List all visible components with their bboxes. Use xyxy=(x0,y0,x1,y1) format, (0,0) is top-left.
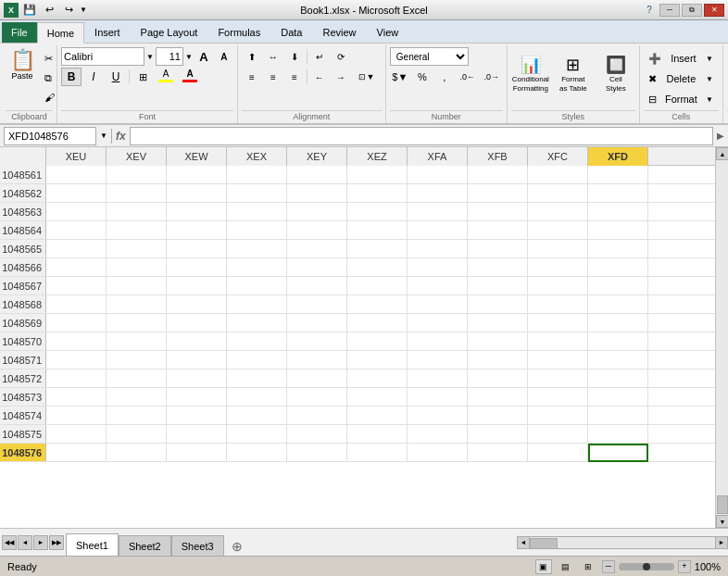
cell[interactable] xyxy=(287,203,347,221)
cell[interactable] xyxy=(287,444,347,462)
cell[interactable] xyxy=(408,258,468,277)
row-header[interactable]: 1048573 xyxy=(0,388,46,406)
cell[interactable] xyxy=(588,332,648,351)
tab-file[interactable]: File xyxy=(2,22,37,43)
tab-data[interactable]: Data xyxy=(270,22,312,43)
cell[interactable] xyxy=(528,240,588,258)
border-button[interactable]: ⊞ xyxy=(132,68,153,86)
format-painter-button[interactable]: 🖌 xyxy=(41,88,58,106)
quick-redo-button[interactable]: ↪ xyxy=(60,3,77,18)
cell[interactable] xyxy=(107,332,167,351)
col-header-xfa[interactable]: XFA xyxy=(408,147,468,166)
cell[interactable] xyxy=(528,444,588,462)
align-left-button[interactable]: ≡ xyxy=(242,68,262,86)
col-header-xez[interactable]: XEZ xyxy=(347,147,408,166)
cell[interactable] xyxy=(167,184,227,203)
quick-access-dropdown[interactable]: ▼ xyxy=(80,6,87,14)
cell[interactable] xyxy=(408,203,468,221)
cell[interactable] xyxy=(227,240,287,258)
cell[interactable] xyxy=(528,407,588,425)
cell[interactable] xyxy=(107,388,167,407)
cell-styles-button[interactable]: 🔲 CellStyles xyxy=(596,52,635,106)
cut-button[interactable]: ✂ xyxy=(41,49,58,68)
row-header[interactable]: 1048574 xyxy=(0,407,46,424)
cell[interactable] xyxy=(468,184,528,203)
cell[interactable] xyxy=(408,277,468,295)
cell[interactable] xyxy=(347,184,408,203)
scroll-right-button[interactable]: ► xyxy=(715,536,728,549)
cell[interactable] xyxy=(227,295,287,314)
cell[interactable] xyxy=(227,221,287,240)
cell[interactable] xyxy=(347,314,408,332)
scroll-track-vertical[interactable] xyxy=(716,160,728,515)
cell[interactable] xyxy=(46,388,107,407)
comma-button[interactable]: , xyxy=(434,68,455,86)
cell[interactable] xyxy=(287,388,347,407)
row-header[interactable]: 1048563 xyxy=(0,203,46,220)
cell[interactable] xyxy=(468,277,528,295)
cell[interactable] xyxy=(107,351,167,369)
cell[interactable] xyxy=(46,240,107,258)
cell[interactable] xyxy=(528,388,588,407)
cell[interactable] xyxy=(227,332,287,351)
formula-fx-icon[interactable]: fx xyxy=(116,130,126,143)
underline-button[interactable]: U xyxy=(106,68,126,86)
cell[interactable] xyxy=(528,166,588,184)
cell[interactable] xyxy=(468,258,528,277)
prev-sheet-button[interactable]: ◄ xyxy=(18,535,32,550)
cell[interactable] xyxy=(408,295,468,314)
cell[interactable] xyxy=(468,407,528,425)
cell[interactable] xyxy=(287,295,347,314)
page-break-view-button[interactable]: ⊞ xyxy=(580,559,596,574)
cell[interactable] xyxy=(46,425,107,444)
cell[interactable] xyxy=(468,295,528,314)
cell[interactable] xyxy=(287,258,347,277)
last-sheet-button[interactable]: ▶▶ xyxy=(49,535,64,550)
tab-formulas[interactable]: Formulas xyxy=(207,22,270,43)
cell[interactable] xyxy=(528,184,588,203)
cell[interactable] xyxy=(227,184,287,203)
cell[interactable] xyxy=(528,369,588,388)
decrease-font-button[interactable]: A xyxy=(215,47,233,66)
sheet-tab-sheet3[interactable]: Sheet3 xyxy=(171,535,224,556)
cell[interactable] xyxy=(46,184,107,203)
cell[interactable] xyxy=(528,221,588,240)
cell[interactable] xyxy=(107,258,167,277)
cell[interactable] xyxy=(107,221,167,240)
cell[interactable] xyxy=(468,221,528,240)
cell[interactable] xyxy=(468,166,528,184)
cell[interactable] xyxy=(468,314,528,332)
cell[interactable] xyxy=(227,351,287,369)
quick-save-button[interactable]: 💾 xyxy=(21,3,38,18)
align-right-button[interactable]: ≡ xyxy=(284,68,305,86)
cell[interactable] xyxy=(468,425,528,444)
tab-view[interactable]: View xyxy=(367,22,409,43)
cell[interactable] xyxy=(408,351,468,369)
conditional-formatting-button[interactable]: 📊 ConditionalFormatting xyxy=(511,52,550,106)
align-center-button[interactable]: ≡ xyxy=(263,68,283,86)
cell[interactable] xyxy=(287,277,347,295)
cell[interactable] xyxy=(347,258,408,277)
cell[interactable] xyxy=(408,388,468,407)
font-size-dropdown-icon[interactable]: ▼ xyxy=(185,53,193,61)
cell[interactable] xyxy=(528,277,588,295)
cell[interactable] xyxy=(167,444,227,462)
merge-center-button[interactable]: ⊡▼ xyxy=(352,68,382,86)
cell[interactable] xyxy=(347,221,408,240)
cell[interactable] xyxy=(287,407,347,425)
cell[interactable] xyxy=(528,351,588,369)
cell[interactable] xyxy=(167,332,227,351)
number-format-select[interactable]: General xyxy=(390,47,469,66)
h-scroll-track[interactable] xyxy=(530,536,715,549)
cell[interactable] xyxy=(588,258,648,277)
cell[interactable] xyxy=(347,166,408,184)
cell[interactable] xyxy=(468,332,528,351)
cell[interactable] xyxy=(167,166,227,184)
cell[interactable] xyxy=(227,258,287,277)
scroll-down-button[interactable]: ▼ xyxy=(716,515,728,528)
cell[interactable] xyxy=(287,184,347,203)
increase-font-button[interactable]: A xyxy=(195,47,213,66)
cell[interactable] xyxy=(347,369,408,388)
row-header[interactable]: 1048576 xyxy=(0,444,46,461)
cell[interactable] xyxy=(468,369,528,388)
